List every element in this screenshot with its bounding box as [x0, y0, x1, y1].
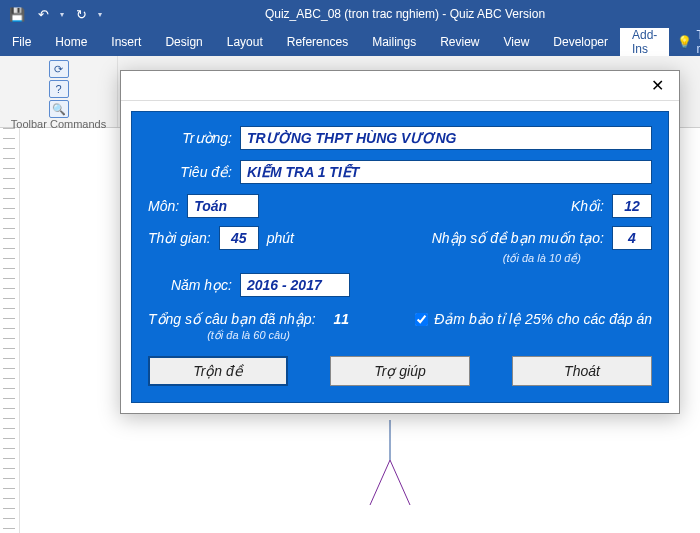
tab-addins[interactable]: Add-Ins: [620, 28, 669, 56]
label-tongso: Tổng số câu bạn đã nhập:: [148, 311, 316, 327]
tab-developer[interactable]: Developer: [541, 28, 620, 56]
hint-toida60: (tối đa là 60 câu): [148, 329, 349, 342]
input-mon[interactable]: [187, 194, 259, 218]
input-namhoc[interactable]: [240, 273, 350, 297]
label-truong: Trường:: [148, 130, 232, 146]
tell-me-search[interactable]: 💡 Tell m: [669, 28, 700, 56]
label-nhapsode: Nhập số đề bạn muốn tạo:: [432, 230, 604, 246]
label-mon: Môn:: [148, 198, 179, 214]
tell-me-label: Tell m: [696, 28, 700, 56]
checkbox-dambao-label: Đảm bảo tỉ lệ 25% cho các đáp án: [434, 311, 652, 327]
svg-line-1: [370, 460, 390, 505]
vertical-ruler: [0, 128, 20, 533]
dialog-panel: Trường: Tiêu đề: Môn: Khối: Thời: [131, 111, 669, 403]
window-titlebar: 💾 ↶ ▾ ↻ ▾ Quiz_ABC_08 (tron trac nghiem)…: [0, 0, 700, 28]
tab-layout[interactable]: Layout: [215, 28, 275, 56]
label-thoigian: Thời gian:: [148, 230, 211, 246]
undo-icon[interactable]: ↶: [32, 3, 54, 25]
tab-design[interactable]: Design: [153, 28, 214, 56]
qat-customize-icon[interactable]: ▾: [96, 3, 104, 25]
find-icon[interactable]: 🔍: [49, 100, 69, 118]
input-truong[interactable]: [240, 126, 652, 150]
quiz-settings-dialog: ✕ Trường: Tiêu đề: Môn: Khối:: [120, 70, 680, 414]
hint-toida10: (tối đa là 10 đề): [503, 252, 581, 265]
label-phut: phút: [267, 230, 294, 246]
ribbon-tabs: File Home Insert Design Layout Reference…: [0, 28, 700, 56]
tab-review[interactable]: Review: [428, 28, 491, 56]
lightbulb-icon: 💡: [677, 35, 692, 49]
qat-dropdown-icon[interactable]: ▾: [58, 3, 66, 25]
input-thoigian[interactable]: [219, 226, 259, 250]
tab-home[interactable]: Home: [43, 28, 99, 56]
tab-file[interactable]: File: [0, 28, 43, 56]
label-namhoc: Năm học:: [148, 277, 232, 293]
help-icon[interactable]: ?: [49, 80, 69, 98]
label-khoi: Khối:: [571, 198, 604, 214]
refresh-icon[interactable]: ⟳: [49, 60, 69, 78]
button-tronde[interactable]: Trộn đề: [148, 356, 288, 386]
button-trogiup[interactable]: Trợ giúp: [330, 356, 470, 386]
value-tongso: 11: [334, 311, 350, 327]
dialog-titlebar: ✕: [121, 71, 679, 101]
label-tieude: Tiêu đề:: [148, 164, 232, 180]
svg-line-2: [390, 460, 410, 505]
tab-mailings[interactable]: Mailings: [360, 28, 428, 56]
redo-icon[interactable]: ↻: [70, 3, 92, 25]
close-icon[interactable]: ✕: [643, 75, 671, 97]
input-khoi[interactable]: [612, 194, 652, 218]
input-tieude[interactable]: [240, 160, 652, 184]
quick-access-toolbar: 💾 ↶ ▾ ↻ ▾: [0, 3, 110, 25]
checkbox-dambao-input[interactable]: [415, 313, 428, 326]
tab-references[interactable]: References: [275, 28, 360, 56]
input-sode[interactable]: [612, 226, 652, 250]
document-title: Quiz_ABC_08 (tron trac nghiem) - Quiz AB…: [110, 7, 700, 21]
page-graphic: [360, 420, 420, 510]
button-thoat[interactable]: Thoát: [512, 356, 652, 386]
tab-insert[interactable]: Insert: [99, 28, 153, 56]
checkbox-dambao[interactable]: Đảm bảo tỉ lệ 25% cho các đáp án: [415, 311, 652, 327]
tab-view[interactable]: View: [492, 28, 542, 56]
ribbon-group-toolbar-commands: ⟳ ? 🔍 Toolbar Commands: [0, 56, 118, 127]
save-icon[interactable]: 💾: [6, 3, 28, 25]
